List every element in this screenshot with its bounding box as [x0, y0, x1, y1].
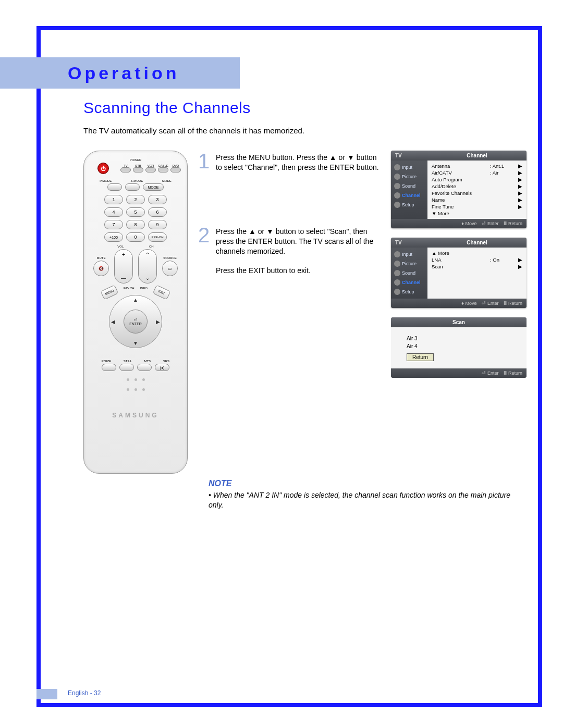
scan-line: Air 3	[407, 335, 511, 342]
mode-button[interactable]: MODE	[143, 183, 164, 191]
osd-scan-dialog: Scan Air 3 Air 4 Return ⏎ EnterⅢ Return	[391, 317, 527, 378]
osd-channel-menu-2: TVChannel InputPictureSoundChannelSetup …	[391, 238, 527, 308]
smode-button[interactable]	[125, 183, 140, 191]
num-6[interactable]: 6	[148, 207, 167, 217]
chapter-title: Operation	[68, 63, 180, 83]
osd-list-item: ▲ More	[432, 250, 522, 256]
osd-channel-menu-1: TVChannel InputPictureSoundChannelSetup …	[391, 151, 527, 228]
section-intro: The TV automatically scan all of the cha…	[83, 126, 527, 135]
power-button[interactable]: ⏻	[97, 163, 109, 174]
osd-side-item: Input	[391, 163, 427, 172]
right-arrow-icon[interactable]: ▶	[156, 319, 160, 325]
osd-list-item: Favorite Channels▶	[432, 190, 522, 196]
num-7[interactable]: 7	[104, 220, 123, 229]
num-9[interactable]: 9	[148, 220, 167, 229]
remote-control: POWER ⏻ TV STB VCR CABLE DVD P.MODES.MOD…	[83, 151, 188, 474]
osd-side-item: Picture	[391, 259, 427, 268]
num-8[interactable]: 8	[126, 220, 145, 229]
tv-mode-button[interactable]	[120, 167, 131, 172]
step-number: 2	[198, 225, 212, 276]
osd-list-item: LNA: On▶	[432, 256, 522, 263]
dpad: MENU EXIT FAV.CH INFO ▲ ▼ ◀ ▶ ⏎ENTER	[102, 288, 169, 355]
footer-accent	[36, 689, 57, 699]
decorative-dots	[90, 388, 181, 391]
pmode-button[interactable]	[107, 183, 122, 191]
num-4[interactable]: 4	[104, 207, 123, 217]
brand-label: SAMSUNG	[90, 412, 181, 419]
plus100-button[interactable]: +100	[104, 232, 123, 242]
still-button[interactable]	[119, 364, 134, 371]
osd-list-item: Add/Delete▶	[432, 183, 522, 190]
osd-list-item: Auto Program▶	[432, 176, 522, 183]
osd-side-item: Picture	[391, 172, 427, 181]
vcr-mode-button[interactable]	[145, 167, 156, 172]
ch-rocker[interactable]: ⌃⌄	[138, 249, 157, 283]
step-1: 1 Press the MENU button. Press the ▲ or …	[198, 151, 381, 172]
dvd-mode-button[interactable]	[170, 167, 181, 172]
osd-list-item: ▼ More	[432, 210, 522, 217]
osd-list-item: Fine Tune▶	[432, 203, 522, 210]
osd-side-item: Setup	[391, 287, 427, 297]
num-1[interactable]: 1	[104, 195, 123, 204]
left-arrow-icon[interactable]: ◀	[111, 319, 115, 325]
osd-sidebar: InputPictureSoundChannelSetup	[391, 161, 427, 219]
return-button[interactable]: Return	[407, 353, 434, 361]
section-title: Scanning the Channels	[83, 99, 527, 117]
note-body: When the "ANT 2 IN" mode is selected, th…	[209, 490, 527, 510]
step-text: Press the ▲ or ▼ button to select "Scan"…	[216, 225, 381, 276]
psize-button[interactable]	[102, 364, 116, 371]
decorative-dots	[90, 378, 181, 381]
num-5[interactable]: 5	[126, 207, 145, 217]
osd-side-item: Input	[391, 250, 427, 259]
note-heading: NOTE	[209, 479, 527, 488]
osd-list: Antenna: Ant.1▶Air/CATV: Air▶Auto Progra…	[427, 161, 527, 219]
vol-rocker[interactable]: +—	[114, 249, 133, 283]
power-label: POWER	[130, 158, 142, 162]
step-2: 2 Press the ▲ or ▼ button to select "Sca…	[198, 225, 381, 276]
chapter-header: Operation	[0, 57, 240, 89]
osd-list-item: Antenna: Ant.1▶	[432, 163, 522, 169]
osd-side-item: Sound	[391, 181, 427, 191]
osd-list: ▲ MoreLNA: On▶Scan▶	[427, 248, 527, 299]
osd-side-item: Channel	[391, 191, 427, 200]
prech-button[interactable]: PRE-CH	[148, 232, 167, 242]
stb-mode-button[interactable]	[133, 167, 143, 172]
step-number: 1	[198, 151, 212, 172]
srs-button[interactable]: (●)	[155, 364, 169, 371]
osd-side-item: Channel	[391, 278, 427, 287]
page-footer: English - 32	[68, 689, 101, 697]
up-arrow-icon[interactable]: ▲	[133, 297, 138, 303]
osd-list-item: Name▶	[432, 196, 522, 203]
num-3[interactable]: 3	[148, 195, 167, 204]
num-0[interactable]: 0	[126, 232, 145, 242]
exit-button[interactable]: EXIT	[153, 285, 171, 300]
num-2[interactable]: 2	[126, 195, 145, 204]
cable-mode-button[interactable]	[158, 167, 168, 172]
down-arrow-icon[interactable]: ▼	[133, 340, 138, 346]
mts-button[interactable]	[137, 364, 152, 371]
source-button[interactable]: ▭	[162, 261, 178, 276]
step-text: Press the MENU button. Press the ▲ or ▼ …	[216, 151, 381, 172]
menu-button[interactable]: MENU	[101, 285, 119, 300]
enter-button[interactable]: ⏎ENTER	[124, 310, 148, 334]
osd-side-item: Setup	[391, 200, 427, 209]
mute-button[interactable]: 🔇	[93, 261, 109, 276]
osd-sidebar: InputPictureSoundChannelSetup	[391, 248, 427, 299]
osd-list-item: Air/CATV: Air▶	[432, 169, 522, 176]
scan-line: Air 4	[407, 342, 511, 350]
osd-list-item: Scan▶	[432, 263, 522, 270]
osd-side-item: Sound	[391, 268, 427, 278]
content-area: Scanning the Channels The TV automatical…	[83, 99, 527, 510]
